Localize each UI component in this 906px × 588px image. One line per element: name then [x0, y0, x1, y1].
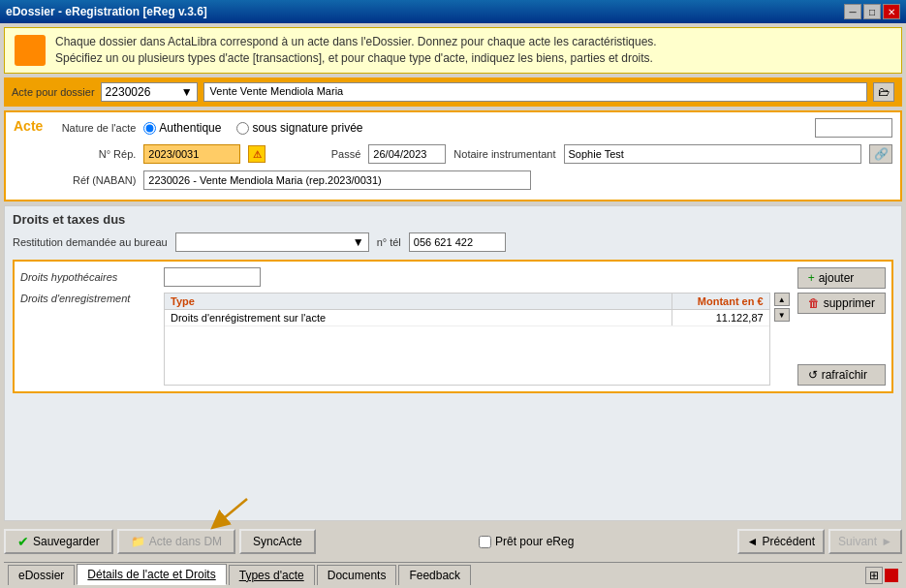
tab-details-label: Détails de l'acte et Droits — [87, 568, 215, 581]
tab-feedback-label: Feedback — [409, 569, 460, 582]
sauvegarder-button[interactable]: ✔ Sauvegarder — [4, 529, 113, 554]
radio-signature-input[interactable] — [236, 122, 249, 135]
nrep-row: N° Rép. ⚠ Passé Notaire instrumentant 🔗 — [48, 144, 892, 164]
acte-section: Acte Nature de l'acte Authentique sous s… — [4, 110, 902, 201]
ref-row: Réf (NABAN) — [48, 170, 892, 190]
check-icon: ✔ — [17, 534, 29, 549]
restitution-dropdown-icon: ▼ — [353, 235, 364, 249]
supprimer-button[interactable]: 🗑 supprimer — [797, 293, 886, 314]
pret-label: Prêt pour eReg — [495, 535, 574, 548]
plus-icon: + — [808, 271, 815, 285]
trash-icon: 🗑 — [808, 296, 820, 310]
passe-field[interactable] — [368, 144, 446, 164]
pret-checkbox[interactable] — [479, 536, 491, 548]
precedent-button[interactable]: ◄ Précédent — [737, 529, 826, 554]
ajouter-button[interactable]: + ajouter — [797, 267, 886, 289]
acte-dans-dm-button[interactable]: 📁 Acte dans DM — [117, 529, 235, 554]
rafraichir-button[interactable]: ↺ rafraîchir — [797, 364, 886, 386]
col-montant-header: Montant en € — [672, 294, 769, 309]
dossier-open-icon[interactable]: 🗁 — [873, 82, 894, 102]
passe-label: Passé — [273, 148, 360, 160]
acte-dans-dm-label: Acte dans DM — [149, 535, 222, 548]
tel-field[interactable] — [409, 232, 506, 252]
nature-row: Nature de l'acte Authentique sous signat… — [48, 118, 892, 138]
tab-types-acte[interactable]: Types d'acte — [229, 565, 315, 585]
rafraichir-label: rafraîchir — [822, 368, 867, 382]
window-controls: ─ □ ✕ — [844, 4, 900, 19]
dropdown-arrow-icon: ▼ — [181, 85, 193, 99]
hypothecaires-field[interactable] — [164, 267, 261, 287]
sync-acte-button[interactable]: SyncActe — [239, 529, 316, 554]
ref-label: Réf (NABAN) — [48, 174, 136, 186]
droits-section: Droits et taxes dus Restitution demandée… — [4, 205, 902, 521]
notaire-button[interactable]: 🔗 — [869, 144, 892, 164]
ajouter-label: ajouter — [819, 271, 855, 285]
droits-table: Type Montant en € Droits d'enrégistremen… — [164, 293, 770, 386]
hypothecaires-label: Droits hypothécaires — [20, 271, 156, 283]
info-text: Chaque dossier dans ActaLibra correspond… — [55, 34, 657, 67]
precedent-label: Précédent — [762, 535, 815, 548]
scroll-buttons: ▲ ▼ — [774, 293, 790, 386]
restitution-select[interactable]: ▼ — [175, 232, 369, 252]
nrep-label: N° Rép. — [48, 148, 136, 160]
notaire-label: Notaire instrumentant — [453, 148, 555, 160]
right-arrow-icon: ► — [881, 535, 892, 548]
col-type-header: Type — [165, 294, 672, 309]
folder-icon — [15, 35, 46, 66]
scroll-up-button[interactable]: ▲ — [774, 293, 790, 306]
title-bar: eDossier - eRegistration [eReg v.3.6] ─ … — [0, 0, 906, 23]
tab-feedback[interactable]: Feedback — [398, 565, 471, 585]
droits-right: + ajouter 🗑 supprimer ↺ rafraîchir — [797, 267, 886, 386]
close-button[interactable]: ✕ — [883, 4, 900, 19]
minimize-button[interactable]: ─ — [844, 4, 861, 19]
tabs-right: ⊞ — [865, 567, 898, 584]
radio-signature-privee[interactable]: sous signature privée — [236, 121, 362, 135]
dossier-number: 2230026 — [106, 85, 151, 99]
info-line1: Chaque dossier dans ActaLibra correspond… — [55, 34, 657, 50]
info-line2: Spécifiez un ou plusieurs types d'acte [… — [55, 50, 657, 67]
grid-icon[interactable]: ⊞ — [865, 567, 883, 584]
enregistrement-row: Droits d'enregistrement Type Montant en … — [20, 293, 790, 386]
row-type: Droits d'enrégistrement sur l'acte — [165, 310, 672, 325]
radio-authentique-label: Authentique — [159, 121, 221, 135]
row-montant: 11.122,87 — [672, 310, 769, 325]
tel-label: n° tél — [377, 236, 401, 248]
dossier-label: Acte pour dossier — [12, 86, 95, 98]
tab-edossier[interactable]: eDossier — [8, 565, 75, 585]
droits-left: Droits hypothécaires Droits d'enregistre… — [20, 267, 790, 386]
pret-checkbox-label[interactable]: Prêt pour eReg — [479, 535, 574, 548]
ref-field[interactable] — [143, 170, 531, 190]
bottom-buttons: ✔ Sauvegarder 📁 Acte dans DM SyncActe Pr… — [4, 525, 902, 558]
warning-icon[interactable]: ⚠ — [248, 145, 266, 163]
folder-dm-icon: 📁 — [131, 535, 145, 548]
dossier-bar: Acte pour dossier 2230026 ▼ Vente Vente … — [4, 77, 902, 107]
radio-authentique[interactable]: Authentique — [143, 121, 221, 135]
refresh-icon: ↺ — [808, 368, 818, 382]
tab-details[interactable]: Détails de l'acte et Droits — [77, 564, 226, 585]
table-row[interactable]: Droits d'enrégistrement sur l'acte 11.12… — [165, 310, 769, 326]
syncacte-label: SyncActe — [253, 535, 302, 548]
hypothecaires-row: Droits hypothécaires — [20, 267, 790, 287]
nature-label: Nature de l'acte — [48, 122, 136, 134]
tabs-bar: eDossier Détails de l'acte et Droits Typ… — [4, 562, 902, 584]
info-bar: Chaque dossier dans ActaLibra correspond… — [4, 27, 902, 74]
restitution-row: Restitution demandée au bureau ▼ n° tél — [13, 232, 893, 252]
dossier-number-select[interactable]: 2230026 ▼ — [101, 82, 198, 102]
tab-documents-label: Documents — [328, 569, 387, 582]
scroll-down-button[interactable]: ▼ — [774, 308, 790, 322]
red-square-icon[interactable] — [885, 569, 898, 582]
radio-authentique-input[interactable] — [143, 122, 156, 135]
extra-field[interactable] — [815, 118, 892, 138]
droits-title: Droits et taxes dus — [13, 212, 893, 227]
notaire-field[interactable] — [564, 144, 861, 164]
enregistrement-label: Droits d'enregistrement — [20, 293, 156, 304]
sauvegarder-label: Sauvegarder — [33, 535, 100, 548]
suivant-button[interactable]: Suivant ► — [828, 529, 902, 554]
maximize-button[interactable]: □ — [863, 4, 881, 19]
restitution-label: Restitution demandée au bureau — [13, 236, 168, 248]
tab-documents[interactable]: Documents — [317, 565, 397, 585]
acte-title: Acte — [14, 118, 43, 134]
nrep-field[interactable] — [143, 144, 240, 164]
table-header: Type Montant en € — [165, 294, 769, 310]
tab-types-acte-label: Types d'acte — [239, 569, 304, 582]
